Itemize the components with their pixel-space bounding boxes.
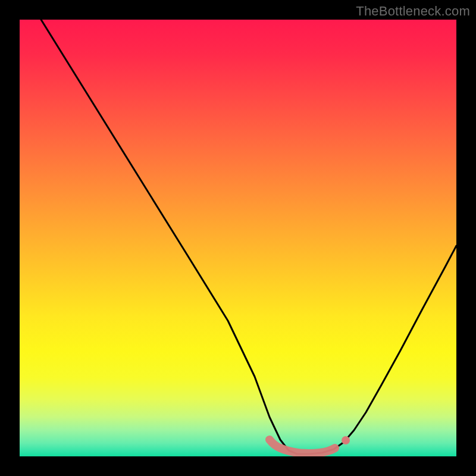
watermark-label: TheBottleneck.com [356,4,470,19]
plot-area [20,20,456,456]
chart-frame: TheBottleneck.com [0,0,476,476]
highlight-dot [342,436,350,444]
highlight-band [270,440,335,453]
bottleneck-curve [41,20,456,454]
chart-svg [20,20,456,456]
